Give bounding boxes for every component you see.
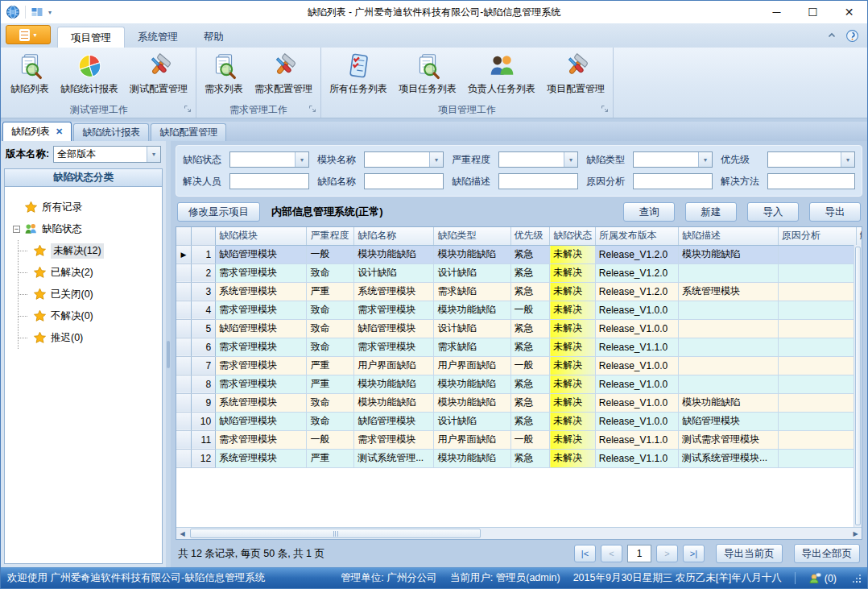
ribbon-button-all-task-list[interactable]: 所有任务列表: [324, 49, 393, 96]
tree-item-unresolved[interactable]: 未解决(12): [19, 240, 157, 262]
first-page-button[interactable]: |<: [574, 545, 596, 562]
horizontal-scrollbar[interactable]: ◀ ▶: [176, 527, 862, 539]
filter-input-defect-name[interactable]: [365, 174, 443, 189]
message-indicator[interactable]: (0): [808, 572, 837, 585]
column-header-analysis[interactable]: 原因分析: [778, 227, 856, 245]
column-header-severity[interactable]: 严重程度: [307, 227, 354, 245]
ribbon-tab-project-management[interactable]: 项目管理: [57, 27, 125, 48]
column-header-solution[interactable]: 解决方法: [856, 227, 862, 245]
ribbon-tab-help[interactable]: 帮助: [191, 27, 237, 48]
vertical-scrollbar-thumb[interactable]: [855, 247, 861, 525]
column-header-name[interactable]: 缺陷名称: [354, 227, 434, 245]
query-button[interactable]: 查询: [623, 202, 675, 222]
filter-select-defect-status[interactable]: ▾: [229, 151, 309, 168]
doc-tab-defect-list[interactable]: 缺陷列表✕: [2, 122, 72, 141]
table-row[interactable]: ▶1缺陷管理模块一般模块功能缺陷模块功能缺陷紧急未解决Release_V1.2.…: [176, 245, 862, 263]
filter-input-solution[interactable]: [768, 174, 854, 189]
doc-tab-defect-config-mgmt[interactable]: 缺陷配置管理: [151, 123, 226, 141]
cell-description: [679, 375, 779, 393]
filter-input-defect-description[interactable]: [499, 174, 577, 189]
close-button[interactable]: ✕: [831, 1, 867, 23]
tree-item-closed[interactable]: 已关闭(0): [19, 284, 157, 305]
vertical-scrollbar[interactable]: [854, 245, 862, 527]
tree-item-label: 未解决(12): [51, 243, 104, 259]
page-number-input[interactable]: [627, 545, 651, 562]
collapse-ribbon-icon[interactable]: [826, 30, 837, 41]
new-button[interactable]: 新建: [685, 202, 737, 222]
horizontal-scrollbar-thumb[interactable]: [190, 529, 481, 538]
table-row[interactable]: 7需求管理模块严重用户界面缺陷用户界面缺陷一般未解决Release_V1.0.0: [176, 356, 862, 375]
dialog-launcher-icon[interactable]: [601, 104, 609, 115]
tree-item-all-records[interactable]: 所有记录: [13, 197, 157, 218]
application-menu-button[interactable]: ▾: [6, 25, 51, 44]
filter-select-module-name[interactable]: ▾: [364, 151, 444, 168]
column-header-description[interactable]: 缺陷描述: [679, 227, 779, 245]
filter-select-caret-icon[interactable]: ▾: [429, 152, 443, 167]
splitter-handle-icon[interactable]: [167, 341, 170, 368]
table-row[interactable]: 5缺陷管理模块致命缺陷管理模块设计缺陷紧急未解决Release_V1.0.0: [176, 319, 862, 338]
ribbon-button-test-config-mgmt[interactable]: 测试配置管理: [124, 49, 193, 96]
ribbon-button-defect-stats-report[interactable]: 缺陷统计报表: [55, 49, 124, 96]
column-header-version[interactable]: 所属发布版本: [595, 227, 678, 245]
filter-select-caret-icon[interactable]: ▾: [841, 152, 854, 167]
filter-select-caret-icon[interactable]: ▾: [295, 152, 308, 167]
filter-input-resolver[interactable]: [230, 174, 308, 189]
sidebar-splitter[interactable]: [166, 141, 171, 567]
ribbon-button-defect-list[interactable]: 缺陷列表: [5, 49, 55, 96]
scroll-left-icon[interactable]: ◀: [176, 530, 188, 537]
column-header-priority[interactable]: 优先级: [510, 227, 550, 245]
tree-item-defect-status[interactable]: −缺陷状态: [13, 218, 157, 240]
tab-close-icon[interactable]: ✕: [56, 127, 63, 137]
tree-item-postponed[interactable]: 推迟(0): [19, 327, 157, 349]
table-row[interactable]: 12系统管理模块严重测试系统管理...模块功能缺陷紧急未解决Release_V1…: [176, 449, 862, 467]
table-row[interactable]: 10缺陷管理模块致命缺陷管理模块设计缺陷紧急未解决Release_V1.0.0缺…: [176, 412, 862, 430]
filter-select-severity[interactable]: ▾: [498, 151, 578, 168]
filter-select-defect-type[interactable]: ▾: [633, 151, 713, 168]
export-all-pages-button[interactable]: 导出全部页: [794, 544, 861, 563]
tree-item-resolved[interactable]: 已解决(2): [19, 262, 157, 284]
table-row[interactable]: 4需求管理模块致命需求管理模块模块功能缺陷一般未解决Release_V1.0.0: [176, 301, 862, 319]
version-select-caret-icon[interactable]: ▾: [147, 147, 160, 162]
ribbon-button-requirement-list[interactable]: 需求列表: [199, 49, 249, 96]
maximize-button[interactable]: ☐: [795, 1, 831, 23]
ribbon-button-requirement-config-mgmt[interactable]: 需求配置管理: [249, 49, 318, 96]
export-current-page-button[interactable]: 导出当前页: [716, 544, 783, 563]
table-row[interactable]: 8需求管理模块严重模块功能缺陷模块功能缺陷紧急未解决Release_V1.0.0: [176, 375, 862, 393]
version-select[interactable]: 全部版本 ▾: [53, 146, 161, 163]
quick-access-toolbar-icon[interactable]: [31, 6, 43, 19]
ribbon-button-owner-task-list[interactable]: 负责人任务列表: [462, 49, 541, 96]
table-row[interactable]: 6需求管理模块致命需求管理模块需求缺陷紧急未解决Release_V1.1.0: [176, 338, 862, 356]
ribbon-button-project-task-list[interactable]: 项目任务列表: [393, 49, 462, 96]
resize-grip-icon[interactable]: [853, 574, 861, 583]
tree-item-wont-fix[interactable]: 不解决(0): [19, 305, 157, 327]
filter-select-priority[interactable]: ▾: [767, 151, 855, 168]
column-header-type[interactable]: 缺陷类型: [434, 227, 510, 245]
export-button[interactable]: 导出: [809, 202, 861, 222]
filter-input-cause-analysis[interactable]: [634, 174, 712, 189]
modify-display-items-button[interactable]: 修改显示项目: [177, 202, 260, 222]
filter-select-caret-icon[interactable]: ▾: [698, 152, 712, 167]
prev-page-button[interactable]: <: [601, 545, 622, 562]
tree-expander-icon[interactable]: −: [13, 226, 20, 233]
ribbon-tab-system-management[interactable]: 系统管理: [125, 27, 191, 48]
next-page-button[interactable]: >: [656, 545, 678, 562]
scroll-right-icon[interactable]: ▶: [849, 530, 862, 537]
ribbon-button-project-config-mgmt[interactable]: 项目配置管理: [541, 49, 610, 96]
current-user-text: 当前用户: 管理员(admin): [450, 571, 560, 585]
quick-access-dropdown-icon[interactable]: ▾: [48, 9, 52, 16]
table-row[interactable]: 2需求管理模块致命设计缺陷设计缺陷紧急未解决Release_V1.2.0: [176, 263, 862, 282]
dialog-launcher-icon[interactable]: [308, 104, 316, 115]
filter-select-caret-icon[interactable]: ▾: [564, 152, 577, 167]
minimize-button[interactable]: ─: [758, 1, 795, 23]
table-row[interactable]: 11需求管理模块一般需求管理模块用户界面缺陷一般未解决Release_V1.1.…: [176, 430, 862, 449]
help-icon[interactable]: [845, 29, 859, 43]
import-button[interactable]: 导入: [747, 202, 799, 222]
table-row[interactable]: 3系统管理模块严重系统管理模块需求缺陷紧急未解决Release_V1.2.0系统…: [176, 282, 862, 301]
last-page-button[interactable]: >|: [683, 545, 705, 562]
column-header-status[interactable]: 缺陷状态: [550, 227, 596, 245]
column-header-module[interactable]: 缺陷模块: [216, 227, 307, 245]
table-row[interactable]: 9系统管理模块致命模块功能缺陷模块功能缺陷紧急未解决Release_V1.0.0…: [176, 393, 862, 412]
dialog-launcher-icon[interactable]: [184, 104, 192, 115]
doc-tab-defect-stats-report[interactable]: 缺陷统计报表: [73, 123, 149, 141]
scrollbar-track[interactable]: [188, 528, 849, 539]
